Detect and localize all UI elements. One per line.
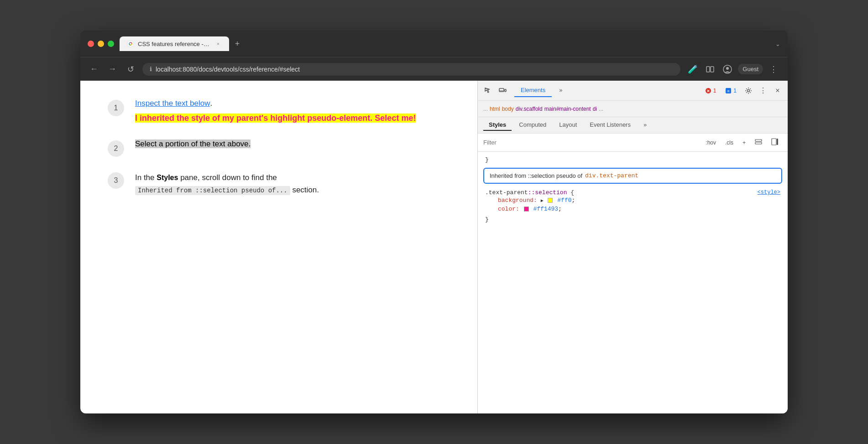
selector-base: .text-parent [485, 189, 528, 196]
error-count: 1 [713, 88, 716, 94]
styles-content: } Inherited from ::selection pseudo of d… [478, 152, 788, 413]
color-property: color: #ff1493; [485, 205, 780, 213]
step-item-2: 2 Select a portion of the text above. [108, 139, 450, 157]
step-1-line1: Inspect the text below. [135, 99, 450, 108]
info-badge[interactable]: ≡ 1 [722, 86, 740, 95]
filter-input[interactable] [483, 139, 698, 146]
tab-overflow-button[interactable]: ⌄ [775, 41, 780, 47]
reload-button[interactable]: ↺ [124, 63, 137, 76]
css-source[interactable]: <style> [758, 189, 780, 196]
close-traffic-light[interactable] [88, 41, 94, 47]
profile-icon[interactable] [721, 62, 734, 76]
inspector-icon[interactable] [481, 84, 494, 97]
add-class-button[interactable]: + [739, 139, 749, 147]
inspect-link[interactable]: Inspect the text below [135, 99, 210, 108]
svg-point-2 [130, 43, 131, 45]
inherited-header: Inherited from ::selection pseudo of div… [483, 168, 782, 184]
toggle-classes-button[interactable] [751, 137, 766, 148]
more-styles-tabs[interactable]: » [638, 119, 652, 131]
experiments-icon[interactable]: 🧪 [686, 62, 700, 76]
step-list: 1 Inspect the text below. I inherited th… [108, 99, 450, 196]
maximize-traffic-light[interactable] [108, 41, 114, 47]
step-content-2: Select a portion of the text above. [135, 139, 450, 149]
step-3-bold: Styles [157, 174, 178, 181]
svg-text:✕: ✕ [706, 89, 710, 93]
triangle-icon[interactable]: ▶ [541, 198, 544, 203]
tab-favicon [127, 40, 134, 47]
highlighted-block: I inherited the style of my parent's hig… [135, 112, 450, 125]
background-swatch[interactable] [548, 198, 553, 203]
url-bar[interactable]: ℹ localhost:8080/docs/devtools/css/refer… [142, 63, 680, 76]
breadcrumb-html[interactable]: html [490, 106, 500, 112]
color-swatch[interactable] [524, 207, 529, 212]
user-button[interactable]: Guest [738, 64, 763, 74]
step-3-text-before: In the [135, 173, 157, 182]
breadcrumb-body[interactable]: body [502, 106, 514, 112]
layout-tab[interactable]: Layout [554, 119, 582, 131]
address-bar: ← → ↺ ℹ localhost:8080/docs/devtools/css… [80, 57, 788, 81]
css-rule-header: .text-parent::selection { <style> [485, 189, 780, 196]
breadcrumb-more[interactable]: ... [599, 106, 603, 112]
devtools-more-icon[interactable]: ⋮ [757, 84, 769, 97]
computed-tab[interactable]: Computed [513, 119, 552, 131]
svg-rect-7 [499, 88, 504, 92]
color-value: #ff1493 [533, 206, 558, 212]
forward-button[interactable]: → [106, 63, 119, 76]
styles-tab[interactable]: Styles [483, 119, 512, 131]
error-badge[interactable]: ✕ 1 [701, 86, 720, 95]
new-tab-button[interactable]: + [231, 37, 244, 50]
devtools-panel: Elements » ✕ 1 ≡ [477, 81, 788, 413]
svg-rect-4 [711, 67, 714, 72]
hov-button[interactable]: :hov [702, 139, 720, 147]
minimize-traffic-light[interactable] [98, 41, 104, 47]
breadcrumb-main[interactable]: main#main-content [544, 106, 591, 112]
step-number-1: 1 [108, 100, 124, 116]
back-button[interactable]: ← [88, 63, 100, 76]
more-tabs[interactable]: » [553, 84, 569, 97]
css-selector: .text-parent::selection { [485, 189, 574, 196]
split-view-icon[interactable] [703, 62, 717, 76]
active-tab[interactable]: CSS features reference - Chrom × [120, 36, 229, 51]
tab-close-button[interactable]: × [214, 40, 222, 47]
traffic-lights [88, 41, 114, 47]
step-3-text-middle: pane, scroll down to find the [178, 173, 277, 182]
devtools-settings-icon[interactable] [742, 84, 755, 97]
background-property: background: ▶ #ff0; [485, 196, 780, 205]
more-menu-button[interactable]: ⋮ [767, 62, 780, 76]
svg-point-6 [726, 67, 729, 70]
elements-tab[interactable]: Elements [514, 84, 552, 97]
filter-tools: :hov .cls + [702, 137, 782, 148]
tab-bar: CSS features reference - Chrom × + [120, 36, 770, 51]
lock-icon: ℹ [150, 66, 152, 72]
devtools-main-tabs: Elements » [514, 84, 700, 97]
highlighted-text: I inherited the style of my parent's hig… [135, 114, 416, 123]
step-item-3: 3 In the Styles pane, scroll down to fin… [108, 171, 450, 196]
event-listeners-tab[interactable]: Event Listeners [584, 119, 636, 131]
inherited-text: Inherited from ::selection pseudo of [490, 172, 582, 179]
svg-rect-8 [505, 89, 506, 92]
step-item-1: 1 Inspect the text below. I inherited th… [108, 99, 450, 125]
step-1-period: . [210, 99, 212, 107]
breadcrumb-bar: ... html body div.scaffold main#main-con… [478, 101, 788, 117]
content-area: 1 Inspect the text below. I inherited th… [80, 81, 788, 413]
filter-bar: :hov .cls + [478, 134, 788, 152]
breadcrumb-div[interactable]: div.scaffold [516, 106, 543, 112]
device-toggle-icon[interactable] [496, 84, 509, 97]
background-value: #ff0 [557, 197, 571, 204]
background-prop-name: background: [498, 197, 537, 204]
step-content-3: In the Styles pane, scroll down to find … [135, 171, 450, 196]
breadcrumb-di[interactable]: di [593, 106, 597, 112]
breadcrumb-dots[interactable]: ... [483, 106, 488, 112]
devtools-close-button[interactable]: × [771, 84, 784, 97]
devtools-right-icons: ✕ 1 ≡ 1 [701, 84, 784, 97]
step-3-text-after: section. [290, 186, 319, 194]
styles-tabs: Styles Computed Layout Event Listeners » [478, 117, 788, 134]
selected-text: Select a portion of the text above. [135, 139, 251, 148]
svg-text:≡: ≡ [727, 89, 730, 93]
computed-sidebar-button[interactable] [768, 137, 782, 148]
inherited-class[interactable]: div.text-parent [585, 172, 638, 179]
cls-button[interactable]: .cls [722, 139, 737, 147]
closing-brace-bottom: } [478, 215, 788, 224]
step-number-3: 3 [108, 172, 124, 189]
step-3-code: Inherited from ::selection pseudo of... [135, 186, 290, 195]
